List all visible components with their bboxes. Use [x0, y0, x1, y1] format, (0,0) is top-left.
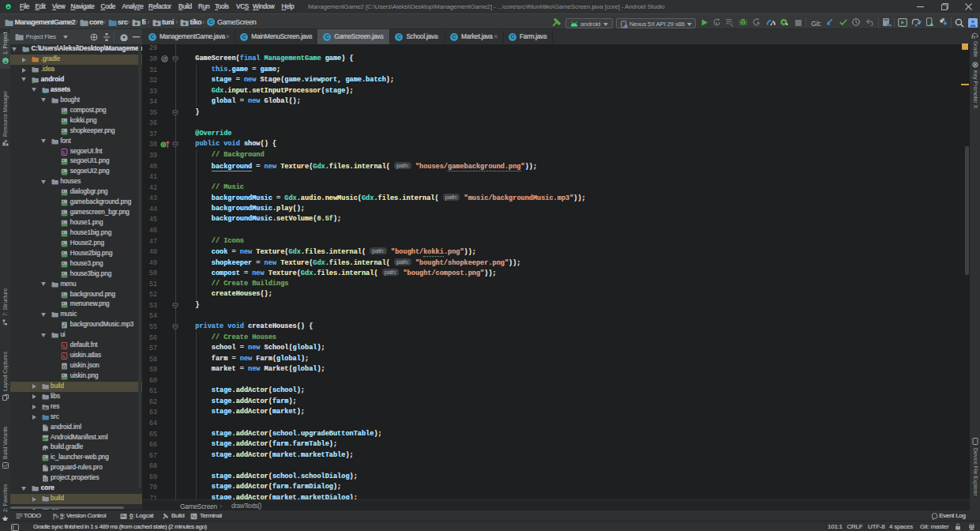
svg-text:L: L — [63, 149, 66, 154]
svg-text:L: L — [63, 344, 66, 348]
svg-text:L: L — [63, 354, 66, 359]
